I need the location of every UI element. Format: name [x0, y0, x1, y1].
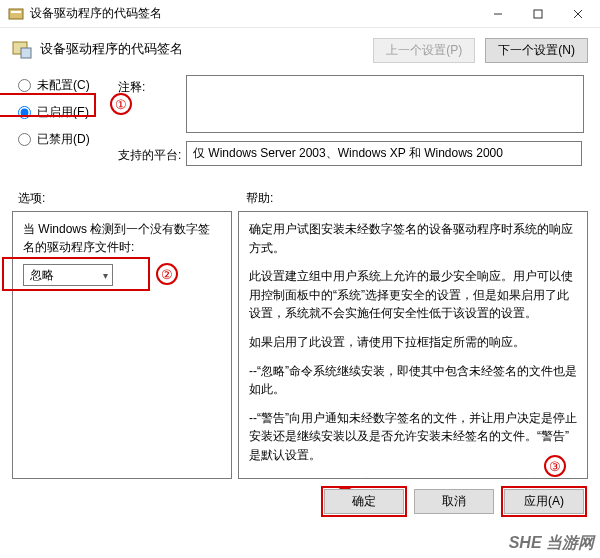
- radio-disabled-label: 已禁用(D): [37, 131, 90, 148]
- radio-disabled[interactable]: 已禁用(D): [18, 131, 118, 148]
- options-prompt: 当 Windows 检测到一个没有数字签名的驱动程序文件时:: [23, 220, 221, 256]
- window-title: 设备驱动程序的代码签名: [30, 5, 478, 22]
- next-setting-button[interactable]: 下一个设置(N): [485, 38, 588, 63]
- response-dropdown[interactable]: 忽略 ▾: [23, 264, 113, 286]
- apply-label: 应用(A): [524, 494, 564, 508]
- ok-button[interactable]: 确定: [324, 489, 404, 514]
- help-text: --“忽略”命令系统继续安装，即使其中包含未经签名的文件也是如此。: [249, 362, 577, 399]
- panels: 当 Windows 检测到一个没有数字签名的驱动程序文件时: 忽略 ▾ 确定用户…: [0, 211, 600, 479]
- radio-unconfigured[interactable]: 未配置(C): [18, 77, 118, 94]
- chevron-down-icon: ▾: [103, 270, 108, 281]
- comment-input[interactable]: [186, 75, 584, 133]
- titlebar: 设备驱动程序的代码签名: [0, 0, 600, 28]
- window-controls: [478, 1, 598, 27]
- dropdown-value: 忽略: [30, 267, 54, 284]
- watermark: SHE 当游网: [509, 533, 594, 554]
- policy-icon: [12, 40, 32, 60]
- comment-label: 注释:: [118, 75, 186, 133]
- svg-rect-7: [21, 48, 31, 58]
- app-icon: [8, 6, 24, 22]
- options-label: 选项:: [18, 190, 246, 207]
- config-section: 未配置(C) 已启用(E) 已禁用(D) 注释: 支持的平台: 仅 Window…: [0, 69, 600, 176]
- footer: ④ 确定 取消 应用(A): [0, 479, 600, 522]
- help-text: 确定用户试图安装未经数字签名的设备驱动程序时系统的响应方式。: [249, 220, 577, 257]
- svg-rect-3: [534, 10, 542, 18]
- minimize-button[interactable]: [478, 1, 518, 27]
- platform-label: 支持的平台:: [118, 143, 186, 164]
- help-text: --“警告”向用户通知未经数字签名的文件，并让用户决定是停止安装还是继续安装以及…: [249, 409, 577, 465]
- help-text: 如果启用了此设置，请使用下拉框指定所需的响应。: [249, 333, 577, 352]
- svg-rect-1: [11, 11, 21, 13]
- help-pane[interactable]: 确定用户试图安装未经数字签名的设备驱动程序时系统的响应方式。 此设置建立组中用户…: [238, 211, 588, 479]
- maximize-button[interactable]: [518, 1, 558, 27]
- close-button[interactable]: [558, 1, 598, 27]
- help-label: 帮助:: [246, 190, 273, 207]
- radio-enabled[interactable]: 已启用(E): [18, 104, 118, 121]
- cancel-button[interactable]: 取消: [414, 489, 494, 514]
- header: 设备驱动程序的代码签名 上一个设置(P) 下一个设置(N): [0, 28, 600, 69]
- page-title: 设备驱动程序的代码签名: [40, 38, 373, 58]
- platform-value: 仅 Windows Server 2003、Windows XP 和 Windo…: [186, 141, 582, 166]
- apply-button[interactable]: 应用(A): [504, 489, 584, 514]
- radio-unconfigured-label: 未配置(C): [37, 77, 90, 94]
- radio-enabled-label: 已启用(E): [37, 104, 89, 121]
- ok-label: 确定: [352, 494, 376, 508]
- prev-setting-button[interactable]: 上一个设置(P): [373, 38, 475, 63]
- svg-rect-0: [9, 9, 23, 19]
- help-text: 此设置建立组中用户系统上允许的最少安全响应。用户可以使用控制面板中的“系统”选择…: [249, 267, 577, 323]
- options-pane: 当 Windows 检测到一个没有数字签名的驱动程序文件时: 忽略 ▾: [12, 211, 232, 479]
- section-labels: 选项: 帮助:: [0, 176, 600, 211]
